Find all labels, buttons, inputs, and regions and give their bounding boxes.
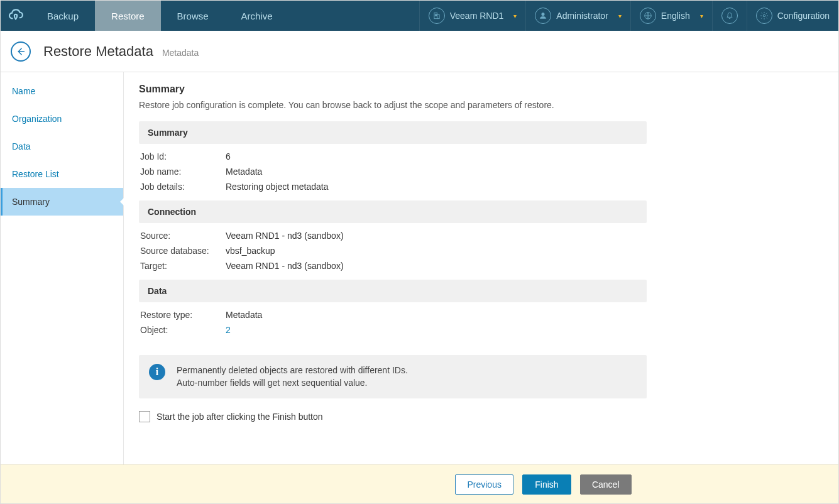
svg-rect-3 <box>436 14 437 14</box>
chevron-down-icon: ▾ <box>513 13 517 19</box>
label: Job name: <box>140 167 226 177</box>
finish-button[interactable]: Finish <box>522 474 571 495</box>
page-titlebar: Restore Metadata Metadata <box>1 31 838 72</box>
label: Restore type: <box>140 310 226 320</box>
value: vbsf_backup <box>226 246 275 256</box>
wizard-sidebar: Name Organization Data Restore List Summ… <box>1 72 124 464</box>
label: Source: <box>140 231 226 241</box>
user-icon <box>535 8 551 24</box>
label: Source database: <box>140 246 226 256</box>
svg-rect-2 <box>435 14 436 14</box>
user-name: Administrator <box>556 11 608 21</box>
label: Job Id: <box>140 151 226 162</box>
svg-rect-5 <box>436 15 437 16</box>
previous-button[interactable]: Previous <box>455 474 513 495</box>
bell-icon <box>721 8 738 24</box>
step-summary[interactable]: Summary <box>1 188 123 216</box>
tab-backup[interactable]: Backup <box>31 1 95 31</box>
label: Target: <box>140 261 226 271</box>
top-navbar: Backup Restore Browse Archive Veeam RND1… <box>1 1 838 31</box>
row-target: Target: Veeam RND1 - nd3 (sandbox) <box>139 258 647 273</box>
row-job-details: Job details: Restoring object metadata <box>139 179 647 194</box>
svg-point-8 <box>763 14 765 17</box>
step-data[interactable]: Data <box>1 133 123 160</box>
info-message: Permanently deleted objects are restored… <box>177 364 408 390</box>
app-logo <box>1 1 31 31</box>
row-restore-type: Restore type: Metadata <box>139 307 647 322</box>
cancel-button[interactable]: Cancel <box>580 474 632 495</box>
tab-restore[interactable]: Restore <box>95 1 161 31</box>
step-organization[interactable]: Organization <box>1 105 123 133</box>
tab-browse[interactable]: Browse <box>161 1 225 31</box>
org-selector[interactable]: Veeam RND1 ▾ <box>419 1 526 31</box>
row-job-id: Job Id: 6 <box>139 149 647 164</box>
gear-icon <box>756 8 772 24</box>
language-selector[interactable]: English ▾ <box>630 1 712 31</box>
value: 6 <box>226 151 231 162</box>
configuration-label: Configuration <box>777 11 830 21</box>
value: Veeam RND1 - nd3 (sandbox) <box>226 231 344 241</box>
content-heading: Summary <box>139 84 823 95</box>
row-job-name: Job name: Metadata <box>139 164 647 179</box>
page-body: Name Organization Data Restore List Summ… <box>1 72 838 464</box>
page-title: Restore Metadata <box>43 43 153 60</box>
svg-rect-4 <box>435 15 436 16</box>
svg-point-6 <box>542 13 545 16</box>
info-line2: Auto-number fields will get next sequent… <box>177 376 408 389</box>
main-tabs: Backup Restore Browse Archive <box>31 1 289 31</box>
label: Object: <box>140 325 226 335</box>
start-job-label: Start the job after clicking the Finish … <box>156 412 323 422</box>
globe-icon <box>640 8 656 24</box>
step-name[interactable]: Name <box>1 77 123 105</box>
language-name: English <box>661 11 690 21</box>
row-object: Object: 2 <box>139 322 647 337</box>
section-head-summary: Summary <box>139 121 647 144</box>
cloud-logo-icon <box>8 8 24 24</box>
notifications-button[interactable] <box>712 1 747 31</box>
value: Veeam RND1 - nd3 (sandbox) <box>226 261 344 271</box>
row-source-db: Source database: vbsf_backup <box>139 243 647 258</box>
step-restore-list[interactable]: Restore List <box>1 160 123 188</box>
section-head-data: Data <box>139 280 647 302</box>
wizard-content: Summary Restore job configuration is com… <box>124 72 838 464</box>
org-name: Veeam RND1 <box>450 11 504 21</box>
value: Restoring object metadata <box>226 182 328 192</box>
label: Job details: <box>140 182 226 192</box>
top-right-controls: Veeam RND1 ▾ Administrator ▾ English ▾ <box>419 1 838 31</box>
wizard-footer: Previous Finish Cancel <box>1 464 838 503</box>
configuration-button[interactable]: Configuration <box>747 1 838 31</box>
info-icon: i <box>149 364 165 380</box>
chevron-down-icon: ▾ <box>700 13 703 19</box>
start-job-checkbox[interactable] <box>139 411 150 422</box>
user-selector[interactable]: Administrator ▾ <box>525 1 630 31</box>
value-link[interactable]: 2 <box>226 325 231 335</box>
row-source: Source: Veeam RND1 - nd3 (sandbox) <box>139 228 647 243</box>
arrow-left-icon <box>15 46 26 57</box>
svg-rect-1 <box>437 14 439 18</box>
info-line1: Permanently deleted objects are restored… <box>177 364 408 376</box>
chevron-down-icon: ▾ <box>618 13 622 19</box>
page-subtitle: Metadata <box>162 48 199 58</box>
value: Metadata <box>226 167 262 177</box>
back-button[interactable] <box>11 41 31 62</box>
building-icon <box>429 8 445 24</box>
section-head-connection: Connection <box>139 200 647 223</box>
value: Metadata <box>226 310 262 320</box>
info-box: i Permanently deleted objects are restor… <box>139 355 647 398</box>
content-description: Restore job configuration is complete. Y… <box>139 100 823 110</box>
tab-archive[interactable]: Archive <box>225 1 289 31</box>
start-job-checkbox-row: Start the job after clicking the Finish … <box>139 411 823 422</box>
